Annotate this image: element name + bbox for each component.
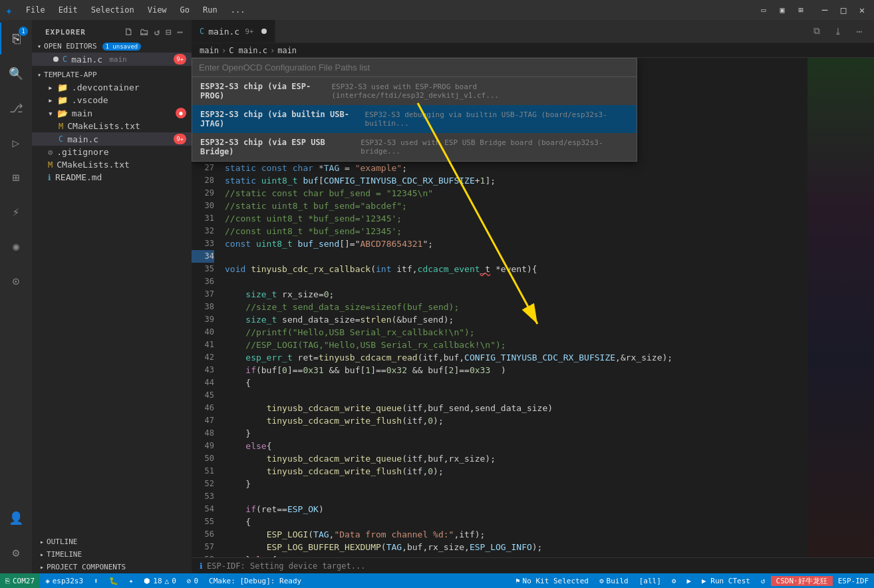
chip-label: esp32s3	[53, 577, 83, 585]
main-cmakelists[interactable]: M CMakeLists.txt	[32, 120, 192, 132]
main-c-file[interactable]: C main.c 9+	[32, 132, 192, 146]
tab-file-icon: C	[200, 27, 204, 36]
status-chip[interactable]: ◈ esp32s3	[40, 573, 88, 588]
split-editor-icon[interactable]: ⧉	[807, 23, 826, 39]
cmakelists-label: CMakeLists.txt	[67, 121, 140, 131]
new-folder-icon[interactable]: 🗂	[139, 27, 149, 37]
status-flash[interactable]: ⬆	[88, 573, 104, 588]
open-editor-main-c[interactable]: C main.c main 9+	[32, 53, 192, 66]
refresh-icon[interactable]: ↺	[154, 27, 160, 37]
menu-file[interactable]: File	[21, 4, 51, 16]
titlebar: ✦ File Edit Selection View Go Run ... ▭ …	[0, 0, 874, 20]
breadcrumb-file[interactable]: C main.c	[229, 46, 267, 55]
tab-bar-actions: ⧉ ⤓ ⋯	[807, 20, 874, 43]
menu-more[interactable]: ...	[225, 4, 251, 16]
split-icon[interactable]: ⊞	[794, 3, 807, 17]
ocd-option-detail-2: ESP32-S3 debugging via builtin USB-JTAG …	[365, 110, 629, 128]
editor-bottom-bar: ℹ ESP-IDF: Setting device target...	[192, 557, 874, 573]
accounts-activity-icon[interactable]: 👤	[0, 502, 32, 533]
status-debug[interactable]: 🐛	[104, 573, 124, 588]
more-tab-icon[interactable]: ⋯	[850, 23, 869, 39]
close-button[interactable]: ✕	[855, 3, 869, 17]
readme-file[interactable]: ℹ README.md	[32, 171, 192, 184]
menu-selection[interactable]: Selection	[86, 4, 140, 16]
menu-edit[interactable]: Edit	[53, 4, 83, 16]
esp-idf-activity-icon[interactable]: ⚡	[0, 196, 32, 227]
c-file-icon: C	[63, 55, 67, 64]
ocd-option-esp-prog[interactable]: ESP32-S3 chip (via ESP-PROG) ESP32-S3 us…	[192, 77, 637, 105]
status-csdn[interactable]: CSDN·好牛龙狂	[771, 576, 833, 586]
refresh-status-icon: ↺	[761, 577, 766, 585]
project-header[interactable]: ▾ TEMPLATE-APP	[32, 69, 192, 81]
vscode-folder[interactable]: ▸ 📁 .vscode	[32, 94, 192, 106]
main-c-label: main.c	[67, 134, 98, 144]
status-errors[interactable]: ⬢ 18 △ 0	[138, 573, 182, 588]
error-icon: ⬢	[144, 577, 150, 585]
more-icon[interactable]: ⋯	[178, 27, 184, 37]
play-icon: ▶	[686, 577, 691, 585]
open-editor-badge: 9+	[174, 54, 186, 65]
devcontainer-folder[interactable]: ▸ 📁 .devcontainer	[32, 81, 192, 94]
folder-icon-symbol: 📁	[57, 82, 68, 92]
status-com27[interactable]: ⎘ COM27	[0, 573, 40, 588]
editor-layout-icon[interactable]: ▣	[776, 3, 789, 17]
sidebar-bottom: ▸ OUTLINE ▸ TIMELINE ▸ PROJECT COMPONENT…	[32, 535, 192, 573]
ocd-option-esp-usb-bridge[interactable]: ESP32-S3 chip (via ESP USB Bridge) ESP32…	[192, 133, 637, 161]
warning-icon: △	[165, 577, 170, 585]
main-folder[interactable]: ▾ 📂 main ●	[32, 106, 192, 120]
search-activity-icon[interactable]: 🔍	[0, 57, 32, 89]
menu-run[interactable]: Run	[198, 4, 223, 16]
status-debug-btn[interactable]: ⚙	[666, 577, 682, 585]
main-c-tab[interactable]: C main.c 9+	[192, 20, 275, 43]
maximize-button[interactable]: □	[837, 3, 850, 17]
c-icon: C	[59, 134, 63, 144]
breadcrumb-symbol[interactable]: main	[277, 46, 297, 55]
status-esp-idf[interactable]: ESP-IDF	[833, 577, 874, 585]
open-editors-header[interactable]: ▾ OPEN EDITORS 1 unsaved	[32, 40, 192, 53]
build-icon-status: ⚙	[599, 577, 604, 585]
status-target[interactable]: [all]	[634, 577, 666, 585]
openocd-search-input[interactable]	[192, 59, 637, 77]
timeline-label: TIMELINE	[47, 550, 82, 559]
minimize-button[interactable]: ─	[818, 3, 831, 17]
status-no-kit[interactable]: ⚑ No Kit Selected	[510, 577, 594, 585]
timeline-section[interactable]: ▸ TIMELINE	[32, 548, 192, 561]
status-run-idf[interactable]: ▶	[681, 577, 696, 585]
project-components-section[interactable]: ▸ PROJECT COMPONENTS	[32, 561, 192, 573]
ocd-option-builtin-jtag[interactable]: ESP32-S3 chip (via builtin USB-JTAG) ESP…	[192, 105, 637, 133]
menu-view[interactable]: View	[142, 4, 172, 16]
extensions-activity-icon[interactable]: ⊞	[0, 161, 32, 193]
breadcrumb-main[interactable]: main	[200, 46, 219, 55]
error-count: 18	[153, 577, 162, 585]
debug-btn-icon: ⚙	[672, 577, 676, 585]
root-cmakelists[interactable]: M CMakeLists.txt	[32, 158, 192, 171]
timeline-chevron: ▸	[40, 551, 44, 558]
lint-count: 0	[194, 577, 198, 585]
status-refresh[interactable]: ↺	[756, 577, 771, 585]
status-run-ctest[interactable]: ▶ Run CTest	[696, 577, 756, 585]
remote-activity-icon[interactable]: ◉	[0, 230, 32, 262]
code-editor[interactable]: 1920212223 2425262728 2930313233 34 3536…	[192, 58, 874, 557]
testing-activity-icon[interactable]: ⊙	[0, 265, 32, 297]
window-controls: ▭ ▣ ⊞ ─ □ ✕	[757, 3, 869, 17]
ocd-option-detail-3: ESP32-S3 used with ESP USB Bridge board …	[361, 138, 629, 156]
settings-activity-icon[interactable]: ⚙	[0, 536, 32, 568]
info-icon: ℹ	[48, 173, 51, 182]
explorer-activity-icon[interactable]: ⎘ 1	[0, 23, 32, 55]
source-control-activity-icon[interactable]: ⎇	[0, 92, 32, 124]
status-build[interactable]: ⚙ Build	[594, 577, 634, 585]
status-idf[interactable]: ✦	[124, 573, 139, 588]
run-debug-activity-icon[interactable]: ▷	[0, 126, 32, 158]
new-file-icon[interactable]: 🗋	[124, 27, 134, 37]
outline-section[interactable]: ▸ OUTLINE	[32, 535, 192, 548]
project-components-label: PROJECT COMPONENTS	[47, 563, 126, 571]
download-icon[interactable]: ⤓	[829, 23, 847, 39]
build-label: Build	[607, 577, 629, 585]
status-cmake[interactable]: CMake: [Debug]: Ready	[204, 573, 307, 588]
menu-go[interactable]: Go	[175, 4, 195, 16]
main-folder-label: main	[72, 108, 92, 118]
panel-layout-icon[interactable]: ▭	[757, 3, 770, 17]
collapse-icon[interactable]: ⊟	[166, 27, 172, 37]
gitignore-file[interactable]: ⚙ .gitignore	[32, 146, 192, 158]
status-lint[interactable]: ⊘ 0	[182, 573, 204, 588]
